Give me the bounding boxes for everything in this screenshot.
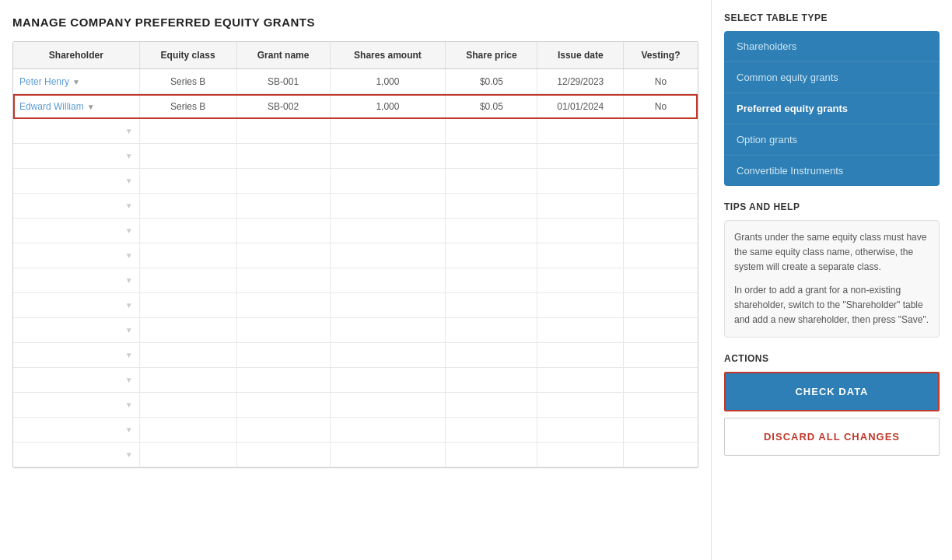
dropdown-arrow-icon[interactable]: ▼ <box>87 103 95 111</box>
col-shareholder: Shareholder <box>13 42 139 69</box>
dropdown-arrow-icon[interactable]: ▼ <box>125 251 133 260</box>
col-shares-amount: Shares amount <box>330 42 446 69</box>
cell-issue-date: 12/29/2023 <box>537 69 624 94</box>
dropdown-arrow-icon[interactable]: ▼ <box>125 425 133 434</box>
empty-table-row[interactable]: ▼ <box>13 443 698 467</box>
dropdown-arrow-icon[interactable]: ▼ <box>125 226 133 235</box>
col-vesting: Vesting? <box>624 42 698 69</box>
col-equity-class: Equity class <box>139 42 236 69</box>
discard-changes-button[interactable]: DISCARD ALL CHANGES <box>724 418 940 456</box>
tips-title: TIPS AND HELP <box>724 201 940 212</box>
cell-share-price: $0.05 <box>446 69 537 94</box>
dropdown-arrow-icon[interactable]: ▼ <box>125 401 133 409</box>
cell-vesting: No <box>624 94 698 119</box>
actions-section: ACTIONS CHECK DATA DISCARD ALL CHANGES <box>724 353 940 456</box>
table-type-convertible[interactable]: Convertible Instruments <box>724 156 940 186</box>
dropdown-arrow-icon[interactable]: ▼ <box>72 78 80 86</box>
table-type-option-grants[interactable]: Option grants <box>724 124 940 156</box>
page-title: MANAGE COMPANY PREFERRED EQUITY GRANTS <box>12 16 698 29</box>
empty-table-row[interactable]: ▼ <box>13 144 698 169</box>
tips-text-2: In order to add a grant for a non-existi… <box>734 283 929 328</box>
cell-shareholder[interactable]: Edward William▼ <box>13 94 139 119</box>
empty-table-row[interactable]: ▼ <box>13 194 698 219</box>
empty-table-row[interactable]: ▼ <box>13 243 698 268</box>
cell-issue-date: 01/01/2024 <box>537 94 624 119</box>
cell-shareholder[interactable]: Peter Henry▼ <box>13 69 139 94</box>
dropdown-arrow-icon[interactable]: ▼ <box>125 376 133 384</box>
cell-equity-class: Series B <box>139 69 236 94</box>
empty-table-row[interactable]: ▼ <box>13 119 698 144</box>
shareholder-name: Peter Henry <box>19 76 69 87</box>
dropdown-arrow-icon[interactable]: ▼ <box>125 152 133 160</box>
check-data-button[interactable]: CHECK DATA <box>724 372 940 411</box>
shareholder-name: Edward William <box>19 101 84 112</box>
sidebar: SELECT TABLE TYPE Shareholders Common eq… <box>711 0 952 560</box>
cell-grant-name: SB-001 <box>236 69 330 94</box>
select-table-title: SELECT TABLE TYPE <box>724 12 940 23</box>
table-type-common-equity[interactable]: Common equity grants <box>724 62 940 93</box>
empty-table-row[interactable]: ▼ <box>13 169 698 194</box>
table-row[interactable]: Edward William▼Series BSB-0021,000$0.050… <box>13 94 698 119</box>
table-row[interactable]: Peter Henry▼Series BSB-0011,000$0.0512/2… <box>13 69 698 94</box>
dropdown-arrow-icon[interactable]: ▼ <box>125 301 133 310</box>
dropdown-arrow-icon[interactable]: ▼ <box>125 201 133 210</box>
empty-table-row[interactable]: ▼ <box>13 368 698 393</box>
tips-text-1: Grants under the same equity class must … <box>734 230 929 275</box>
table-header-row: Shareholder Equity class Grant name Shar… <box>13 42 698 69</box>
col-share-price: Share price <box>446 42 537 69</box>
dropdown-arrow-icon[interactable]: ▼ <box>125 351 133 359</box>
empty-table-row[interactable]: ▼ <box>13 293 698 318</box>
dropdown-arrow-icon[interactable]: ▼ <box>125 450 133 459</box>
table-type-shareholders[interactable]: Shareholders <box>724 31 940 62</box>
empty-table-row[interactable]: ▼ <box>13 268 698 293</box>
cell-shares-amount: 1,000 <box>330 69 446 94</box>
empty-table-row[interactable]: ▼ <box>13 393 698 418</box>
empty-table-row[interactable]: ▼ <box>13 219 698 243</box>
cell-grant-name: SB-002 <box>236 94 330 119</box>
dropdown-arrow-icon[interactable]: ▼ <box>125 276 133 285</box>
table-type-preferred-equity[interactable]: Preferred equity grants <box>724 93 940 124</box>
empty-table-row[interactable]: ▼ <box>13 318 698 343</box>
actions-title: ACTIONS <box>724 353 940 364</box>
dropdown-arrow-icon[interactable]: ▼ <box>125 326 133 334</box>
empty-table-row[interactable]: ▼ <box>13 343 698 368</box>
col-issue-date: Issue date <box>537 42 624 69</box>
tips-section: TIPS AND HELP Grants under the same equi… <box>724 201 940 338</box>
dropdown-arrow-icon[interactable]: ▼ <box>125 127 133 135</box>
cell-equity-class: Series B <box>139 94 236 119</box>
empty-table-row[interactable]: ▼ <box>13 418 698 443</box>
table-type-list: Shareholders Common equity grants Prefer… <box>724 31 940 186</box>
col-grant-name: Grant name <box>236 42 330 69</box>
cell-vesting: No <box>624 69 698 94</box>
dropdown-arrow-icon[interactable]: ▼ <box>125 177 133 185</box>
tips-box: Grants under the same equity class must … <box>724 220 940 338</box>
cell-shares-amount: 1,000 <box>330 94 446 119</box>
data-table: Shareholder Equity class Grant name Shar… <box>12 41 698 468</box>
cell-share-price: $0.05 <box>446 94 537 119</box>
